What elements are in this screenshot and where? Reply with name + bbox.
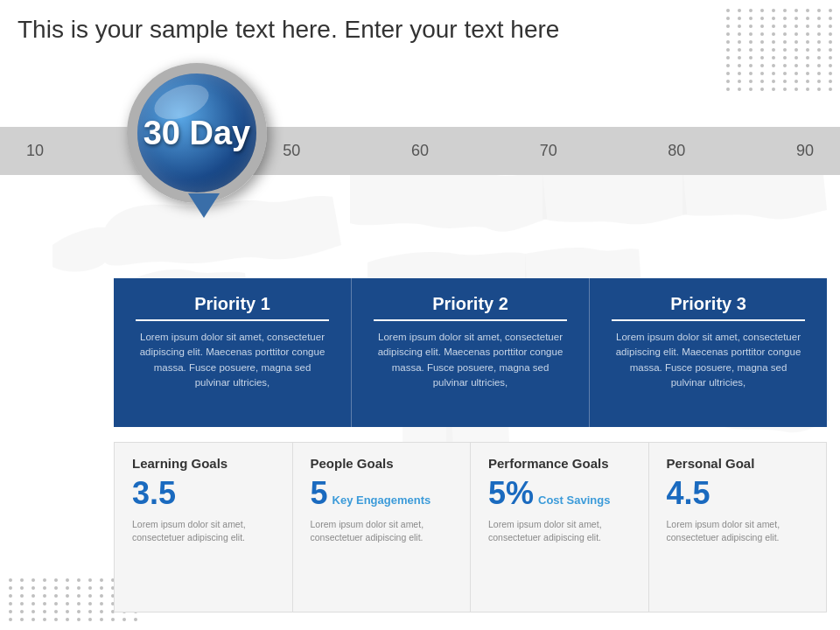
ruler-mark-70: 70: [540, 142, 557, 160]
goals-section: Learning Goals 3.5 Lorem ipsum dolor sit…: [114, 442, 827, 612]
priority-section: Priority 1 Lorem ipsum dolor sit amet, c…: [114, 278, 827, 427]
priority-1-title: Priority 1: [136, 294, 329, 321]
magnifier-handle: [188, 193, 220, 218]
people-goals-text: Lorem ipsum dolor sit amet, consectetuer…: [311, 518, 453, 546]
personal-goal-value: 4.5: [667, 476, 710, 511]
priority-box-3: Priority 3 Lorem ipsum dolor sit amet, c…: [590, 278, 827, 427]
performance-goals-title: Performance Goals: [488, 456, 631, 471]
people-goals-unit: Key Engagements: [332, 494, 431, 507]
learning-goals-value: 3.5: [132, 476, 176, 511]
personal-goal-title: Personal Goal: [667, 456, 809, 471]
goal-box-people: People Goals 5 Key Engagements Lorem ips…: [293, 443, 472, 612]
performance-goals-value: 5%: [488, 476, 534, 511]
page-title: This is your sample text here. Enter you…: [18, 16, 559, 44]
personal-goal-text: Lorem ipsum dolor sit amet, consectetuer…: [667, 518, 809, 546]
priority-3-title: Priority 3: [612, 294, 805, 321]
ruler-mark-60: 60: [411, 142, 429, 160]
priority-2-text: Lorem ipsum dolor sit amet, consectetuer…: [374, 330, 567, 390]
priority-3-text: Lorem ipsum dolor sit amet, consectetuer…: [612, 330, 805, 390]
ruler-timeline: for(let i=0; i<96; i++){ let x = 10 + i*…: [0, 127, 840, 175]
priority-box-2: Priority 2 Lorem ipsum dolor sit amet, c…: [352, 278, 590, 427]
magnifier-text: 30 Day: [144, 116, 251, 150]
magnifier-label: 30 Day: [144, 116, 251, 150]
priority-2-title: Priority 2: [374, 294, 567, 321]
ruler-mark-50: 50: [283, 142, 300, 160]
dot-pattern-top-right: document.write(Array(60).fill('<div clas…: [726, 9, 831, 79]
magnifier-circle: 30 Day: [127, 63, 267, 203]
ruler-mark-80: 80: [668, 142, 685, 160]
ruler-numbers: 10 40 50 60 70 80 90: [0, 142, 840, 160]
people-goals-value: 5: [311, 476, 328, 511]
goal-box-performance: Performance Goals 5% Cost Savings Lorem …: [471, 443, 649, 612]
learning-goals-text: Lorem ipsum dolor sit amet, consectetuer…: [132, 518, 275, 546]
magnifier: 30 Day: [127, 63, 280, 216]
ruler-mark-10: 10: [26, 142, 44, 160]
people-goals-title: People Goals: [311, 456, 453, 471]
performance-goals-text: Lorem ipsum dolor sit amet, consectetuer…: [488, 518, 631, 546]
goal-box-learning: Learning Goals 3.5 Lorem ipsum dolor sit…: [115, 443, 293, 612]
goal-box-personal: Personal Goal 4.5 Lorem ipsum dolor sit …: [649, 443, 827, 612]
ruler-mark-90: 90: [796, 142, 814, 160]
performance-goals-unit: Cost Savings: [538, 494, 610, 507]
learning-goals-title: Learning Goals: [132, 456, 275, 471]
priority-1-text: Lorem ipsum dolor sit amet, consectetuer…: [136, 330, 329, 390]
priority-box-1: Priority 1 Lorem ipsum dolor sit amet, c…: [114, 278, 352, 427]
